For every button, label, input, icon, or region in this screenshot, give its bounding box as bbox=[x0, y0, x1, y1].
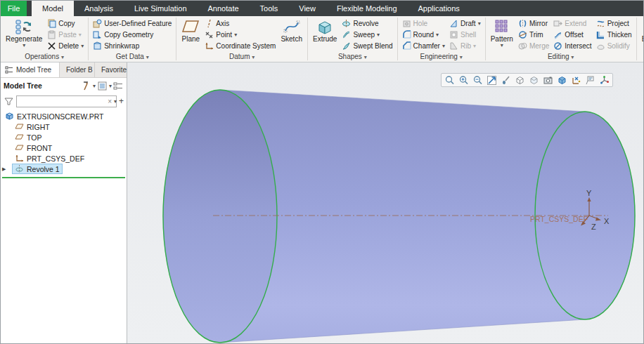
datum-display-button[interactable] bbox=[569, 74, 583, 86]
tab-applications[interactable]: Applications bbox=[408, 1, 470, 16]
axis-button[interactable]: Axis bbox=[202, 18, 278, 29]
tree-item-csys[interactable]: PRT_CSYS_DEF bbox=[1, 153, 127, 164]
solidify-button[interactable]: Solidify bbox=[594, 40, 634, 51]
tab-model-tree[interactable]: Model Tree bbox=[1, 62, 60, 77]
saved-views-button[interactable] bbox=[541, 74, 555, 86]
expand-arrow-icon[interactable]: ▶ bbox=[2, 166, 9, 172]
group-label-get-data[interactable]: Get Data ▾ bbox=[89, 53, 176, 62]
delete-dropdown[interactable]: ▾ bbox=[81, 43, 84, 49]
solidify-icon bbox=[596, 41, 605, 51]
paste-button[interactable]: Paste ▾ bbox=[45, 29, 86, 40]
shaded-view-button[interactable] bbox=[555, 74, 569, 86]
shell-button[interactable]: Shell bbox=[447, 29, 483, 40]
chamfer-dropdown[interactable]: ▾ bbox=[442, 43, 445, 49]
tree-display-icon[interactable] bbox=[97, 81, 108, 91]
round-button[interactable]: Round ▾ bbox=[400, 29, 447, 40]
tab-tools[interactable]: Tools bbox=[250, 1, 289, 16]
zoom-box-button[interactable] bbox=[443, 74, 456, 86]
draft-button[interactable]: Draft ▾ bbox=[447, 18, 483, 29]
draft-dropdown[interactable]: ▾ bbox=[478, 20, 481, 27]
sweep-dropdown[interactable]: ▾ bbox=[377, 32, 380, 38]
regenerate-button[interactable]: Regenerate ▾ bbox=[3, 18, 45, 48]
tree-settings-dropdown[interactable]: ▾ bbox=[93, 83, 96, 89]
tab-flexible-modeling[interactable]: Flexible Modeling bbox=[326, 1, 408, 16]
copy-button[interactable]: Copy bbox=[45, 18, 86, 29]
plane-button[interactable]: Plane bbox=[179, 18, 202, 44]
cylinder-front-edge[interactable] bbox=[163, 90, 277, 343]
filter-clear-icon[interactable]: × bbox=[108, 98, 112, 105]
shrinkwrap-button[interactable]: Shrinkwrap bbox=[91, 40, 174, 51]
tab-analysis[interactable]: Analysis bbox=[74, 1, 124, 16]
tab-folder-browser[interactable]: Folder B bbox=[60, 62, 95, 77]
axis-label-x: X bbox=[604, 217, 610, 225]
chamfer-button[interactable]: Chamfer ▾ bbox=[400, 40, 447, 51]
tree-columns-icon[interactable] bbox=[113, 81, 124, 91]
delete-button[interactable]: Delete ▾ bbox=[45, 40, 86, 51]
trim-button[interactable]: Trim bbox=[516, 29, 551, 40]
offset-button[interactable]: Offset bbox=[551, 29, 593, 40]
tree-display-dropdown[interactable]: ▾ bbox=[109, 83, 112, 89]
group-label-shapes[interactable]: Shapes ▾ bbox=[308, 53, 397, 62]
annotation-display-button[interactable] bbox=[584, 74, 597, 86]
thicken-button[interactable]: Thicken bbox=[594, 29, 634, 40]
repaint-button[interactable] bbox=[499, 74, 513, 86]
zoom-in-button[interactable] bbox=[457, 74, 470, 86]
group-label-engineering[interactable]: Engineering ▾ bbox=[398, 53, 485, 62]
tree-item-revolve[interactable]: ▶ Revolve 1 bbox=[1, 164, 127, 174]
regenerate-dropdown[interactable]: ▾ bbox=[22, 43, 25, 48]
mirror-button[interactable]: Mirror bbox=[516, 18, 551, 29]
pattern-button[interactable]: Pattern ▾ bbox=[488, 18, 516, 48]
tree-filter-input[interactable] bbox=[16, 95, 117, 107]
group-label-datum[interactable]: Datum ▾ bbox=[176, 53, 307, 62]
sweep-button[interactable]: Sweep ▾ bbox=[340, 29, 394, 40]
group-label-surfaces[interactable]: Surfaces ▾ bbox=[637, 53, 643, 62]
user-defined-feature-button[interactable]: User-Defined Feature bbox=[91, 18, 174, 29]
group-label-operations[interactable]: Operations ▾ bbox=[1, 53, 88, 62]
tree-item-part[interactable]: EXTRUSIONSCREW.PRT bbox=[1, 111, 127, 121]
tab-favorites[interactable]: Favorites bbox=[95, 62, 127, 77]
swept-blend-button[interactable]: Swept Blend bbox=[340, 40, 394, 51]
filter-dropdown[interactable]: ▾ bbox=[114, 98, 117, 105]
filter-funnel-icon[interactable] bbox=[4, 96, 14, 107]
ribbon-group-operations: Regenerate ▾ Copy Paste ▾ Dele bbox=[1, 16, 88, 62]
tree-item-front[interactable]: FRONT bbox=[1, 143, 127, 153]
merge-button[interactable]: Merge bbox=[516, 40, 551, 51]
tree-item-top[interactable]: TOP bbox=[1, 132, 127, 143]
pattern-dropdown[interactable]: ▾ bbox=[501, 43, 503, 48]
boundary-blend-button[interactable]: Boundary Blend bbox=[639, 18, 643, 44]
copy-geometry-button[interactable]: Copy Geometry bbox=[91, 29, 174, 40]
zoom-in-icon bbox=[458, 75, 469, 86]
hole-button[interactable]: Hole bbox=[400, 18, 447, 29]
file-menu-button[interactable]: File bbox=[1, 1, 27, 16]
display-style-button[interactable] bbox=[513, 74, 527, 86]
display-style-icon bbox=[515, 75, 525, 86]
tab-annotate[interactable]: Annotate bbox=[198, 1, 250, 16]
paste-icon bbox=[47, 30, 56, 39]
extend-button[interactable]: Extend bbox=[551, 18, 593, 29]
revolve-button[interactable]: Revolve bbox=[340, 18, 394, 29]
round-dropdown[interactable]: ▾ bbox=[436, 32, 439, 38]
filter-add-button[interactable]: + bbox=[119, 98, 124, 105]
extrude-button[interactable]: Extrude bbox=[310, 18, 340, 44]
csys-label[interactable]: PRT_CSYS_DEF bbox=[530, 215, 588, 223]
coordinate-system-button[interactable]: Coordinate System bbox=[202, 40, 278, 51]
point-dropdown[interactable]: ▾ bbox=[234, 32, 237, 38]
section-view-button[interactable] bbox=[527, 74, 541, 86]
tree-settings-icon[interactable] bbox=[81, 81, 91, 91]
spin-center-button[interactable] bbox=[598, 74, 611, 86]
point-button[interactable]: Point ▾ bbox=[202, 29, 278, 40]
graphics-area[interactable]: Y X Z PRT_CSYS_DEF bbox=[127, 62, 643, 344]
tree-item-right[interactable]: RIGHT bbox=[1, 121, 127, 132]
refit-button[interactable] bbox=[485, 74, 498, 86]
tree-insertion-indicator[interactable] bbox=[2, 177, 125, 178]
project-button[interactable]: Project bbox=[594, 18, 634, 29]
group-label-editing[interactable]: Editing ▾ bbox=[486, 53, 636, 62]
tab-view[interactable]: View bbox=[288, 1, 326, 16]
zoom-out-button[interactable] bbox=[471, 74, 484, 86]
sketch-button[interactable]: Sketch bbox=[278, 18, 305, 44]
rib-button[interactable]: Rib ▾ bbox=[447, 40, 483, 51]
tab-live-simulation[interactable]: Live Simulation bbox=[124, 1, 198, 16]
navigator-panel: Model Tree Folder B Favorites Model Tree… bbox=[1, 62, 127, 344]
intersect-button[interactable]: Intersect bbox=[551, 40, 593, 51]
tab-model[interactable]: Model bbox=[32, 1, 74, 16]
